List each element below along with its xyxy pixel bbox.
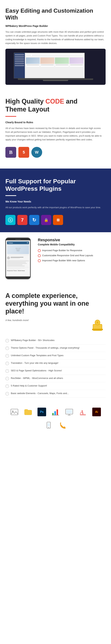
plugin-icon-lock: 🔒 — [41, 215, 51, 225]
feature-text-3: Improved Page Builder With new Options — [42, 259, 85, 262]
list-item: + SEO & Page Speed Optimizations - High … — [5, 367, 106, 375]
laptop-mockup — [5, 49, 106, 85]
list-icon-7: + — [5, 384, 9, 388]
responsive-info: Responsive Complete Mobile Compatibility… — [38, 238, 106, 264]
feature-text-2: Customizable Responsive Grid and Row Lay… — [42, 254, 93, 257]
svg-rect-6 — [11, 409, 18, 415]
svg-text:Q: Q — [9, 219, 11, 221]
code-subtitle: Clearly Bound to Rules — [5, 120, 106, 124]
svg-rect-15 — [66, 410, 72, 414]
list-icon-1: + — [5, 339, 9, 342]
section-plugins: Full Support for Popular WordPress Plugi… — [0, 168, 111, 232]
list-item: + Basic website Elements - Carousels, Ma… — [5, 390, 106, 398]
svg-rect-8 — [52, 413, 54, 415]
bottom-icon-monitor — [64, 406, 75, 417]
bottom-icon-chart — [50, 406, 61, 417]
plugins-title: Full Support for Popular WordPress Plugi… — [5, 178, 106, 192]
feature-label-5: SEO & Page Speed Optimizations - High Sc… — [11, 369, 62, 372]
code-description: All of our themes have been reviewed by … — [5, 126, 106, 142]
list-item: + Translation - Turn your site into any … — [5, 360, 106, 367]
bootstrap-icon: B — [5, 147, 16, 158]
plugin-icon-seven: 7 — [17, 215, 27, 225]
plugins-subtitle: We Know Your Needs — [5, 200, 106, 204]
list-item: + Unlimited Custom Page Templates and Po… — [5, 352, 106, 360]
list-icon-4: + — [5, 362, 9, 365]
laptop-sidebar — [14, 53, 25, 78]
experience-text: A few, hundreds more! — [5, 319, 88, 322]
list-icon-8: + — [5, 392, 9, 396]
feature-item-1: Improved Page Builder for Responsive — [38, 249, 106, 252]
svg-rect-20 — [48, 423, 50, 426]
svg-rect-10 — [57, 410, 58, 415]
feature-label-3: Unlimited Custom Page Templates and Post… — [11, 354, 63, 357]
plugin-icon-grid: ⊞ — [53, 215, 63, 225]
list-item: + 5 Rated Help & Customer Support! — [5, 382, 106, 390]
feature-label-2: Theme Options Panel - Thousands of setti… — [11, 346, 80, 350]
list-icon-5: + — [5, 369, 9, 373]
phone-label: Responsive Theme - Mobile Ready — [7, 270, 29, 271]
bottom-icon-illustrator: Ai — [91, 406, 102, 417]
svg-text:$: $ — [97, 321, 98, 324]
coin-icon: $ — [91, 319, 106, 333]
plugin-icon-sync: ↻ — [29, 215, 39, 225]
feature-circle-1 — [38, 249, 41, 252]
svg-text:A: A — [80, 409, 84, 416]
experience-top: A few, hundreds more! $ — [5, 319, 106, 333]
features-list: + WPBakery Page Builder - 50+ Shortcodes… — [5, 337, 106, 398]
plugin-icons: Q 7 ↻ 🔒 ⊞ — [5, 215, 106, 225]
list-icon-3: + — [5, 354, 9, 358]
section-editing: Easy Editing and Customization With WPBa… — [0, 0, 111, 88]
list-icon-2: + — [5, 346, 9, 350]
tech-icons: B 5 W — [5, 147, 106, 158]
responsive-title: Responsive — [38, 238, 106, 242]
list-item: + Theme Options Panel - Thousands of set… — [5, 344, 106, 352]
feature-circle-3 — [38, 259, 41, 262]
svg-rect-5 — [92, 329, 103, 330]
bottom-icon-image — [9, 406, 20, 417]
svg-rect-9 — [54, 411, 56, 415]
bottom-icon-folder — [23, 406, 33, 417]
bottom-icon-photoshop: Ps — [36, 406, 47, 417]
plugins-description: All our products work perfectly with all… — [5, 206, 106, 210]
few-more-label: A few, hundreds more! — [5, 319, 88, 322]
bottom-icons-grid: Ps A Ai — [5, 406, 106, 431]
mobile-mockup: Thelium ☰ We've Got Premium Library — [5, 238, 34, 279]
plugin-icon-quill: Q — [5, 215, 15, 225]
feature-circle-2 — [38, 254, 41, 257]
laptop-screen — [14, 52, 85, 78]
html5-icon: 5 — [18, 147, 29, 158]
code-title-highlight: CODE — [45, 98, 64, 105]
feature-label-1: WPBakery Page Builder - 50+ Shortcodes — [11, 339, 54, 342]
list-item: + RevSlider - WPML - WooCommerce and all… — [5, 375, 106, 382]
editing-subtitle: WPBakery WordPress Page Builder — [5, 24, 106, 28]
feature-label-4: Translation - Turn your site into any la… — [11, 362, 58, 365]
wordpress-icon: W — [31, 147, 42, 158]
svg-point-7 — [12, 410, 13, 412]
editing-description: You can create unlimited page structures… — [5, 30, 106, 45]
section-responsive: Thelium ☰ We've Got Premium Library — [0, 232, 111, 284]
complete-title: A complete experience, everything you wa… — [5, 292, 106, 315]
section-complete: A complete experience, everything you wa… — [0, 284, 111, 403]
editing-title: Easy Editing and Customization With — [5, 7, 106, 21]
feature-item-2: Customizable Responsive Grid and Row Lay… — [38, 254, 106, 257]
responsive-subtitle: Complete Mobile Compatibility — [38, 243, 106, 246]
feature-label-7: 5 Rated Help & Customer Support! — [11, 384, 47, 388]
feature-item-3: Improved Page Builder With new Options — [38, 259, 106, 262]
svg-point-19 — [48, 427, 49, 428]
laptop-main-area — [25, 53, 85, 78]
feature-label-8: Basic website Elements - Carousels, Maps… — [11, 392, 69, 395]
list-icon-6: + — [5, 377, 9, 380]
code-title: High Quality CODE andTheme Layout — [5, 98, 106, 113]
plugins-divider — [5, 195, 16, 196]
code-title-part1: High Quality — [5, 98, 45, 105]
list-item: + WPBakery Page Builder - 50+ Shortcodes — [5, 337, 106, 344]
bottom-icon-phone — [57, 420, 68, 431]
section-bottom-icons: Ps A Ai — [0, 403, 111, 436]
feature-text-1: Improved Page Builder for Responsive — [42, 249, 82, 252]
bottom-icon-mobile — [43, 420, 54, 431]
feature-label-6: RevSlider - WPML - WooCommerce and all o… — [11, 376, 63, 380]
section-code: High Quality CODE andTheme Layout Clearl… — [0, 88, 111, 168]
bottom-icon-palette: A — [78, 406, 88, 417]
code-divider — [5, 116, 16, 117]
